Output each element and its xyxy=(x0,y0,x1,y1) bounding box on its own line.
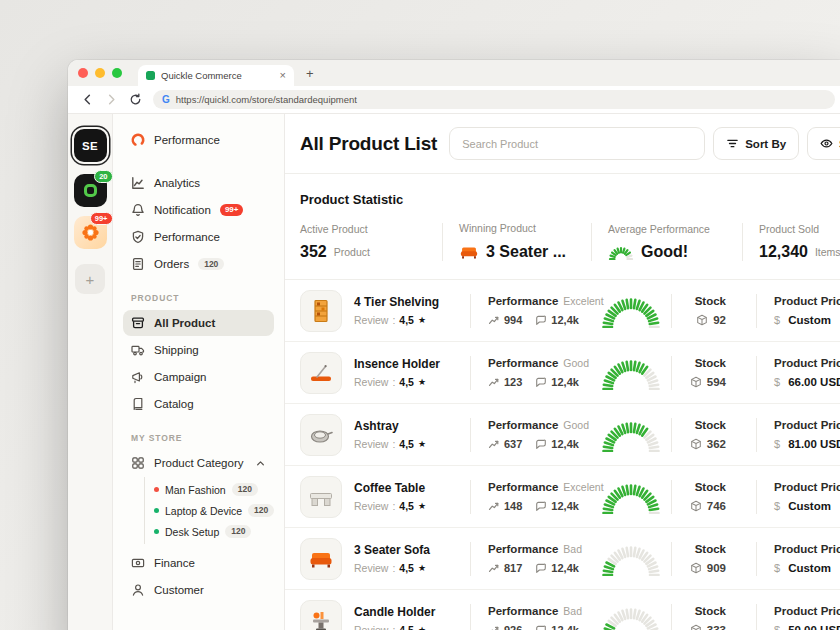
comments-count: 12,4k xyxy=(551,438,579,450)
product-cell: 4 Tier Shelving Review : 4,5 ★ xyxy=(300,290,470,332)
star-icon: ★ xyxy=(418,439,426,449)
sort-by-label: Sort By xyxy=(745,138,786,150)
category-badge: 120 xyxy=(232,483,258,496)
comments-count: 12,4k xyxy=(551,500,579,512)
stat-value: 12,340 xyxy=(759,243,808,261)
sidebar-item-label: Shipping xyxy=(154,344,199,356)
category-desk-setup[interactable]: Desk Setup 120 xyxy=(145,521,274,542)
performance-label: Performance xyxy=(488,357,558,369)
messages-app-icon[interactable]: 20 xyxy=(74,174,107,207)
package-icon xyxy=(690,500,702,512)
sidebar-item-customer[interactable]: Customer xyxy=(123,577,274,603)
performance-grade: Good xyxy=(563,419,589,431)
product-review: Review : 4,5 ★ xyxy=(354,562,430,574)
back-icon[interactable] xyxy=(81,93,94,106)
book-icon xyxy=(131,397,145,411)
sidebar-item-all-product[interactable]: All Product xyxy=(123,310,274,336)
browser-tab-bar: Quickle Commerce × + xyxy=(68,60,840,86)
sidebar-item-campaign[interactable]: Campaign xyxy=(123,364,274,390)
category-man-fashion[interactable]: Man Fashion 120 xyxy=(145,479,274,500)
maximize-window-button[interactable] xyxy=(112,68,122,78)
comments-count: 12,4k xyxy=(551,562,579,574)
candle-icon xyxy=(300,600,342,630)
performance-gauge xyxy=(591,418,671,452)
table-icon xyxy=(300,476,342,518)
views-count: 637 xyxy=(504,438,522,450)
price-cell: Product Price $ 81.00 USD xyxy=(757,419,840,450)
statistic-title: Product Statistic xyxy=(300,192,833,207)
add-app-button[interactable]: + xyxy=(75,264,105,294)
receipt-icon xyxy=(131,257,145,271)
sort-by-button[interactable]: Sort By xyxy=(713,127,799,160)
product-review: Review : 4,5 ★ xyxy=(354,314,439,326)
price-value: 81.00 USD xyxy=(788,438,840,450)
tab-close-icon[interactable]: × xyxy=(280,70,286,81)
sidebar-item-performance-top[interactable]: Performance xyxy=(123,127,274,153)
url-text: https://quickl.com/store/standardequipme… xyxy=(176,94,357,105)
stock-cell: Stock 362 xyxy=(672,419,756,450)
google-icon: G xyxy=(162,95,170,105)
minimize-window-button[interactable] xyxy=(95,68,105,78)
price-label: Product Price xyxy=(774,481,840,493)
views-count: 994 xyxy=(504,314,522,326)
sidebar-item-notification[interactable]: Notification 99+ xyxy=(123,197,274,223)
search-input[interactable] xyxy=(449,127,705,160)
category-laptop-device[interactable]: Laptop & Device 120 xyxy=(145,500,274,521)
product-name: Insence Holder xyxy=(354,357,440,371)
address-bar[interactable]: G https://quickl.com/store/standardequip… xyxy=(153,90,835,109)
product-cell: Ashtray Review : 4,5 ★ xyxy=(300,414,470,456)
performance-cell: PerformanceBad 817 12,4k xyxy=(471,543,591,574)
category-badge: 120 xyxy=(248,504,274,517)
sidebar-item-orders[interactable]: Orders 120 xyxy=(123,251,274,277)
stock-value: 362 xyxy=(707,438,726,450)
se-store-logo[interactable]: SE xyxy=(74,129,107,162)
sidebar-item-product-category[interactable]: Product Category xyxy=(123,450,274,476)
performance-label: Performance xyxy=(488,419,558,431)
table-row[interactable]: Coffee Table Review : 4,5 ★ PerformanceE… xyxy=(285,466,840,528)
close-window-button[interactable] xyxy=(78,68,88,78)
price-value: Custom xyxy=(788,562,831,574)
performance-grade: Good xyxy=(563,357,589,369)
sidebar-item-performance[interactable]: Performance xyxy=(123,224,274,250)
truck-icon xyxy=(131,343,145,357)
main-content: All Product List Sort By Show Product St… xyxy=(285,114,840,630)
sidebar-item-finance[interactable]: Finance xyxy=(123,550,274,576)
show-button[interactable]: Show xyxy=(807,127,840,160)
stock-cell: Stock 594 xyxy=(672,357,756,388)
table-row[interactable]: 4 Tier Shelving Review : 4,5 ★ Performan… xyxy=(285,280,840,342)
stock-label: Stock xyxy=(695,357,726,369)
performance-cell: PerformanceBad 926 12,4k xyxy=(471,605,591,630)
page-header: All Product List Sort By Show xyxy=(285,114,840,174)
message-icon xyxy=(535,624,547,630)
price-value: 66.00 USD xyxy=(788,376,840,388)
package-icon xyxy=(696,314,708,326)
window-controls xyxy=(78,68,122,78)
sidebar-item-catalog[interactable]: Catalog xyxy=(123,391,274,417)
table-row[interactable]: Ashtray Review : 4,5 ★ PerformanceGood 6… xyxy=(285,404,840,466)
price-cell: Product Price $ Custom xyxy=(757,295,840,326)
table-row[interactable]: 3 Seater Sofa Review : 4,5 ★ Performance… xyxy=(285,528,840,590)
price-label: Product Price xyxy=(774,543,840,555)
new-tab-button[interactable]: + xyxy=(306,66,314,81)
browser-tab[interactable]: Quickle Commerce × xyxy=(138,65,294,86)
refresh-icon[interactable] xyxy=(129,93,142,106)
sidebar-item-label: Customer xyxy=(154,584,204,596)
sidebar-item-label: Product Category xyxy=(154,457,246,469)
table-row[interactable]: Insence Holder Review : 4,5 ★ Performanc… xyxy=(285,342,840,404)
star-icon: ★ xyxy=(418,563,426,573)
stat-value: Good! xyxy=(641,243,688,261)
category-dot xyxy=(154,487,159,492)
forward-icon[interactable] xyxy=(105,93,118,106)
trend-chart-icon xyxy=(488,376,500,388)
sidebar-item-analytics[interactable]: Analytics xyxy=(123,170,274,196)
flower-app-icon[interactable]: 99+ xyxy=(74,216,107,249)
stat-suffix: Product xyxy=(334,246,370,258)
performance-cell: PerformanceGood 637 12,4k xyxy=(471,419,591,450)
stock-value: 909 xyxy=(707,562,726,574)
message-icon xyxy=(535,438,547,450)
table-row[interactable]: Candle Holder Review : 4,5 ★ Performance… xyxy=(285,590,840,630)
sidebar-item-shipping[interactable]: Shipping xyxy=(123,337,274,363)
package-icon xyxy=(690,376,702,388)
product-cell: Candle Holder Review : 4,5 ★ xyxy=(300,600,470,630)
sidebar-item-label: Analytics xyxy=(154,177,200,189)
